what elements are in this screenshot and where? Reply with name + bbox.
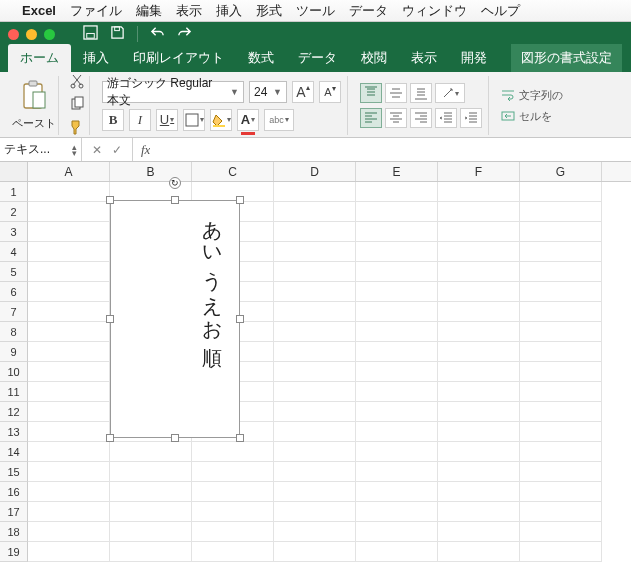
cell[interactable]	[28, 282, 110, 302]
cell[interactable]	[520, 322, 602, 342]
resize-handle-t[interactable]	[171, 196, 179, 204]
menu-insert[interactable]: 挿入	[216, 2, 242, 20]
italic-button[interactable]: I	[129, 109, 151, 131]
cancel-formula-icon[interactable]: ✕	[92, 143, 102, 157]
cell[interactable]	[438, 202, 520, 222]
row-header[interactable]: 16	[0, 482, 28, 502]
cell[interactable]	[274, 242, 356, 262]
cell[interactable]	[110, 442, 192, 462]
cell[interactable]	[192, 182, 274, 202]
cell[interactable]	[192, 462, 274, 482]
orientation-button[interactable]: ▾	[435, 83, 465, 103]
cell[interactable]	[356, 482, 438, 502]
cell[interactable]	[274, 522, 356, 542]
cell[interactable]	[274, 202, 356, 222]
cell[interactable]	[356, 322, 438, 342]
name-box-stepper[interactable]: ▴▾	[72, 144, 77, 156]
bold-button[interactable]: B	[102, 109, 124, 131]
cell[interactable]	[28, 382, 110, 402]
cell[interactable]	[438, 442, 520, 462]
cell[interactable]	[356, 402, 438, 422]
cell[interactable]	[520, 282, 602, 302]
cell[interactable]	[356, 202, 438, 222]
cell[interactable]	[520, 182, 602, 202]
menu-help[interactable]: ヘルプ	[481, 2, 520, 20]
cell[interactable]	[274, 262, 356, 282]
cell[interactable]	[438, 422, 520, 442]
row-header[interactable]: 11	[0, 382, 28, 402]
tab-view[interactable]: 表示	[399, 44, 449, 72]
cell[interactable]	[274, 362, 356, 382]
save-icon[interactable]	[110, 25, 125, 43]
resize-handle-b[interactable]	[171, 434, 179, 442]
align-center-button[interactable]	[385, 108, 407, 128]
cell[interactable]	[520, 262, 602, 282]
menu-tools[interactable]: ツール	[296, 2, 335, 20]
cell[interactable]	[438, 282, 520, 302]
menu-view[interactable]: 表示	[176, 2, 202, 20]
cell[interactable]	[520, 422, 602, 442]
cell[interactable]	[356, 522, 438, 542]
row-header[interactable]: 18	[0, 522, 28, 542]
cell[interactable]	[192, 482, 274, 502]
cell[interactable]	[356, 182, 438, 202]
cell[interactable]	[274, 442, 356, 462]
cell[interactable]	[438, 502, 520, 522]
resize-handle-bl[interactable]	[106, 434, 114, 442]
row-header[interactable]: 4	[0, 242, 28, 262]
increase-indent-button[interactable]	[460, 108, 482, 128]
row-header[interactable]: 17	[0, 502, 28, 522]
align-bottom-button[interactable]	[410, 83, 432, 103]
row-header[interactable]: 6	[0, 282, 28, 302]
cut-icon[interactable]	[69, 73, 85, 92]
cell[interactable]	[520, 462, 602, 482]
menu-edit[interactable]: 編集	[136, 2, 162, 20]
cell[interactable]	[28, 242, 110, 262]
phonetic-button[interactable]: abc▾	[264, 109, 294, 131]
cell[interactable]	[438, 322, 520, 342]
cell[interactable]	[356, 382, 438, 402]
cell[interactable]	[520, 342, 602, 362]
cell[interactable]	[28, 202, 110, 222]
format-painter-icon[interactable]	[69, 119, 85, 138]
cell[interactable]	[274, 482, 356, 502]
cell[interactable]	[356, 262, 438, 282]
cell[interactable]	[28, 342, 110, 362]
cell[interactable]	[520, 482, 602, 502]
cell[interactable]	[28, 542, 110, 562]
font-color-button[interactable]: A▾	[237, 109, 259, 131]
cell[interactable]	[274, 542, 356, 562]
row-header[interactable]: 1	[0, 182, 28, 202]
app-name[interactable]: Excel	[22, 3, 56, 18]
cell[interactable]	[438, 342, 520, 362]
tab-insert[interactable]: 挿入	[71, 44, 121, 72]
cell[interactable]	[356, 342, 438, 362]
col-header-B[interactable]: B	[110, 162, 192, 181]
cell[interactable]	[274, 402, 356, 422]
col-header-A[interactable]: A	[28, 162, 110, 181]
align-middle-button[interactable]	[385, 83, 407, 103]
col-header-D[interactable]: D	[274, 162, 356, 181]
cell[interactable]	[110, 542, 192, 562]
cell[interactable]	[274, 342, 356, 362]
tab-page-layout[interactable]: 印刷レイアウト	[121, 44, 236, 72]
row-header[interactable]: 2	[0, 202, 28, 222]
zoom-window-button[interactable]	[44, 29, 55, 40]
menu-format[interactable]: 形式	[256, 2, 282, 20]
tab-shape-format[interactable]: 図形の書式設定	[511, 44, 622, 72]
undo-icon[interactable]	[150, 25, 165, 43]
row-header[interactable]: 7	[0, 302, 28, 322]
cell[interactable]	[356, 282, 438, 302]
align-top-button[interactable]	[360, 83, 382, 103]
resize-handle-r[interactable]	[236, 315, 244, 323]
cell[interactable]	[438, 302, 520, 322]
cell[interactable]	[28, 402, 110, 422]
cell[interactable]	[274, 222, 356, 242]
font-name-combo[interactable]: 游ゴシック Regular 本文▼	[102, 81, 244, 103]
cell[interactable]	[28, 182, 110, 202]
cell[interactable]	[274, 282, 356, 302]
cell[interactable]	[192, 542, 274, 562]
cell[interactable]	[110, 462, 192, 482]
row-header[interactable]: 10	[0, 362, 28, 382]
tab-data[interactable]: データ	[286, 44, 349, 72]
